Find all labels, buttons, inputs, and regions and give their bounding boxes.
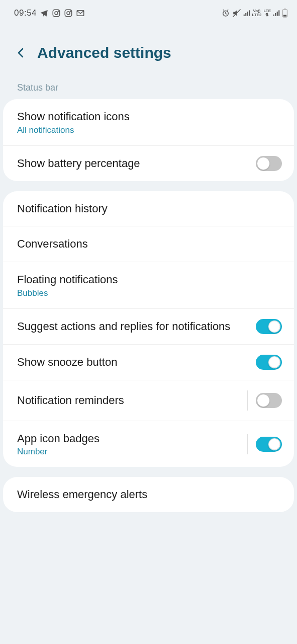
svg-point-5: [70, 11, 71, 12]
back-button[interactable]: [15, 47, 27, 59]
svg-rect-18: [284, 9, 286, 10]
row-title: Conversations: [17, 236, 282, 252]
card-notifications: Notification history Conversations Float…: [3, 191, 294, 467]
row-title: Show battery percentage: [17, 156, 250, 171]
row-show-notification-icons[interactable]: Show notification icons All notification…: [3, 99, 294, 145]
battery-icon: [282, 9, 288, 18]
svg-rect-13: [273, 15, 274, 16]
signal-1-icon: [243, 9, 250, 18]
svg-rect-12: [249, 10, 250, 16]
row-suggest-actions[interactable]: Suggest actions and replies for notifica…: [3, 308, 294, 344]
row-title: Notification history: [17, 201, 282, 216]
svg-rect-14: [275, 13, 276, 16]
row-app-icon-badges[interactable]: App icon badges Number: [3, 421, 294, 467]
row-subtitle: All notifications: [17, 125, 282, 135]
row-subtitle: Number: [17, 447, 241, 457]
toggle-show-snooze[interactable]: [256, 355, 282, 370]
row-title: Floating notifications: [17, 272, 282, 287]
page-title: Advanced settings: [37, 44, 171, 61]
status-clock: 09:54: [14, 8, 37, 18]
svg-rect-9: [243, 15, 244, 16]
section-label-status-bar: Status bar: [0, 76, 297, 99]
mute-icon: [232, 9, 241, 18]
sim1-label: Vo)) LTE2: [252, 9, 262, 17]
row-title: Suggest actions and replies for notifica…: [17, 319, 250, 334]
card-status-bar: Show notification icons All notification…: [3, 99, 294, 181]
svg-rect-10: [245, 13, 246, 16]
card-wireless-alerts: Wireless emergency alerts: [3, 477, 294, 512]
toggle-notification-reminders[interactable]: [256, 393, 282, 408]
row-subtitle: Bubbles: [17, 288, 282, 298]
gmail-icon: [76, 9, 85, 18]
row-floating-notifications[interactable]: Floating notifications Bubbles: [3, 262, 294, 308]
signal-2-icon: [273, 9, 280, 18]
row-title: Notification reminders: [17, 393, 241, 408]
toggle-app-icon-badges[interactable]: [256, 437, 282, 452]
status-bar: 09:54 Vo)) LTE2 LTE ⇅: [0, 0, 297, 24]
row-title: Wireless emergency alerts: [17, 487, 282, 502]
row-notification-reminders[interactable]: Notification reminders: [3, 380, 294, 421]
row-title: App icon badges: [17, 431, 241, 446]
divider: [247, 434, 248, 454]
row-conversations[interactable]: Conversations: [3, 226, 294, 262]
row-show-snooze[interactable]: Show snooze button: [3, 344, 294, 380]
row-show-battery-percentage[interactable]: Show battery percentage: [3, 145, 294, 181]
row-title: Show snooze button: [17, 355, 250, 370]
instagram-icon-2: [64, 9, 73, 18]
telegram-icon: [40, 9, 49, 18]
svg-rect-16: [278, 10, 279, 16]
instagram-icon: [52, 9, 61, 18]
divider: [247, 390, 248, 411]
svg-rect-11: [247, 12, 248, 16]
svg-rect-19: [283, 15, 286, 17]
svg-point-4: [67, 12, 70, 15]
svg-point-1: [55, 12, 58, 15]
sim2-label: LTE ⇅: [263, 9, 271, 17]
header: Advanced settings: [0, 24, 297, 76]
row-title: Show notification icons: [17, 109, 282, 124]
alarm-icon: [221, 9, 230, 18]
toggle-battery-percentage[interactable]: [256, 156, 282, 171]
status-left: 09:54: [14, 8, 85, 18]
row-notification-history[interactable]: Notification history: [3, 191, 294, 226]
toggle-suggest-actions[interactable]: [256, 319, 282, 334]
svg-rect-15: [277, 12, 278, 16]
status-right: Vo)) LTE2 LTE ⇅: [221, 9, 288, 18]
row-wireless-emergency-alerts[interactable]: Wireless emergency alerts: [3, 477, 294, 512]
svg-point-2: [58, 11, 59, 12]
